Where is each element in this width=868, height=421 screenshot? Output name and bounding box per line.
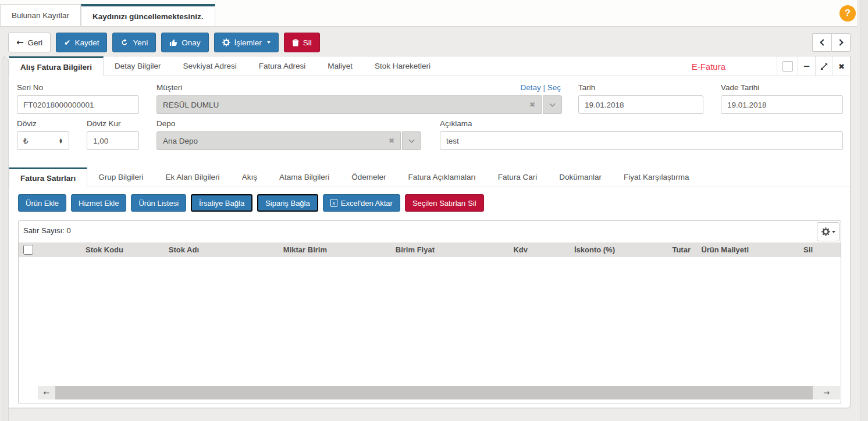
- prev-record-button[interactable]: [812, 33, 831, 52]
- horizontal-scrollbar: ← →: [38, 386, 840, 399]
- tab-ek-alan-bilgileri[interactable]: Ek Alan Bilgileri: [155, 167, 231, 187]
- grid-body-empty: [19, 257, 841, 386]
- question-mark-icon: ?: [845, 8, 851, 19]
- detail-tab-row: Alış Fatura Bilgileri Detay Bilgiler Sev…: [5, 56, 850, 76]
- gear-icon: [222, 38, 230, 47]
- thumbs-up-icon: [169, 38, 177, 47]
- operations-button[interactable]: İşlemler: [214, 33, 279, 52]
- scroll-left-button[interactable]: ←: [38, 386, 55, 399]
- tab-stok-hareketleri[interactable]: Stok Hareketleri: [364, 56, 442, 76]
- operations-label: İşlemler: [234, 38, 262, 47]
- tab-atama-bilgileri[interactable]: Atama Bilgileri: [268, 167, 340, 187]
- detay-link[interactable]: Detay: [520, 83, 540, 92]
- excel-import-label: Excel'den Aktar: [341, 199, 393, 208]
- tab-fatura-adresi[interactable]: Fatura Adresi: [248, 56, 316, 76]
- col-kdv[interactable]: Kdv: [439, 245, 532, 254]
- musteri-label: Müşteri: [156, 83, 182, 92]
- seri-no-input[interactable]: [17, 95, 139, 114]
- gear-icon: [821, 227, 830, 236]
- excel-import-button[interactable]: x Excel'den Aktar: [323, 194, 400, 212]
- doviz-select[interactable]: ₺ ▲▼: [17, 131, 69, 150]
- col-tutar[interactable]: Tutar: [620, 245, 695, 254]
- tab-found-records[interactable]: Bulunan Kayıtlar: [0, 4, 81, 26]
- tab-fatura-aciklamalari[interactable]: Fatura Açıklamaları: [397, 167, 486, 187]
- seri-no-label: Seri No: [17, 83, 43, 92]
- tab-akis[interactable]: Akış: [231, 167, 268, 187]
- back-label: Geri: [28, 38, 43, 47]
- save-label: Kaydet: [74, 38, 99, 47]
- add-product-button[interactable]: Ürün Ekle: [18, 194, 66, 212]
- delete-selected-rows-button[interactable]: Seçilen Satırları Sil: [405, 194, 484, 212]
- clear-icon[interactable]: ✖: [529, 101, 535, 109]
- close-button[interactable]: ✖: [833, 56, 850, 76]
- delete-label: Sil: [303, 38, 312, 47]
- invoice-form: Seri No Müşteri Detay | Seç RESÜL DUMLU …: [5, 76, 850, 163]
- tab-detay-bilgiler[interactable]: Detay Bilgiler: [104, 56, 172, 76]
- close-icon: ✖: [838, 62, 845, 71]
- delete-button[interactable]: Sil: [284, 33, 320, 52]
- link-order-button[interactable]: Sipariş Bağla: [257, 194, 318, 212]
- grid-header-row: Stok Kodu Stok Adı Miktar Birim Birim Fi…: [19, 242, 841, 257]
- efatura-checkbox[interactable]: [782, 61, 793, 72]
- col-urun-maliyeti[interactable]: Ürün Maliyeti: [695, 245, 753, 254]
- doviz-kur-input[interactable]: [87, 131, 139, 150]
- save-button[interactable]: ✔ Kaydet: [56, 33, 107, 52]
- back-arrow-icon: ←: [16, 37, 24, 48]
- tarih-input[interactable]: [578, 95, 703, 114]
- musteri-caret[interactable]: [543, 95, 562, 114]
- vade-tarihi-input[interactable]: [721, 95, 843, 114]
- tab-maliyet[interactable]: Maliyet: [316, 56, 364, 76]
- grid-settings-button[interactable]: [817, 222, 839, 241]
- tab-fiyat-karsilastirma[interactable]: Fiyat Karşılaştırma: [613, 167, 700, 187]
- col-miktar-birim[interactable]: Miktar Birim: [204, 245, 332, 254]
- tab-fatura-satirlari[interactable]: Fatura Satırları: [9, 167, 87, 187]
- efatura-label: E-Fatura: [692, 56, 725, 76]
- aciklama-input[interactable]: [440, 131, 843, 150]
- tab-fatura-cari[interactable]: Fatura Cari: [487, 167, 549, 187]
- col-stok-adi[interactable]: Stok Adı: [128, 245, 204, 254]
- link-separator: |: [543, 83, 545, 92]
- back-button[interactable]: ← Geri: [8, 33, 51, 52]
- refresh-icon: [120, 38, 129, 47]
- link-dispatch-button[interactable]: İrsaliye Bağla: [191, 194, 252, 212]
- check-icon: ✔: [64, 38, 70, 47]
- approve-label: Onay: [182, 38, 200, 47]
- depo-select[interactable]: Ana Depo ✖: [156, 131, 421, 150]
- depo-label: Depo: [156, 119, 175, 128]
- col-sil[interactable]: Sil: [753, 245, 841, 254]
- new-button[interactable]: Yeni: [112, 33, 156, 52]
- tab-updating-record[interactable]: Kaydınızı güncellemektesiniz.: [81, 4, 215, 26]
- tab-odemeler[interactable]: Ödemeler: [340, 167, 397, 187]
- tab-grup-bilgileri[interactable]: Grup Bilgileri: [87, 167, 154, 187]
- new-label: Yeni: [133, 38, 148, 47]
- clear-icon[interactable]: ✖: [389, 137, 394, 145]
- select-all-checkbox[interactable]: [23, 245, 33, 255]
- col-iskonto[interactable]: İskonto (%): [532, 245, 620, 254]
- caret-down-icon: [267, 41, 271, 44]
- col-stok-kodu[interactable]: Stok Kodu: [38, 245, 128, 254]
- add-service-button[interactable]: Hizmet Ekle: [71, 194, 126, 212]
- musteri-select[interactable]: RESÜL DUMLU ✖: [156, 95, 562, 114]
- musteri-links: Detay | Seç: [520, 83, 561, 92]
- tab-dokumanlar[interactable]: Dokümanlar: [548, 167, 613, 187]
- col-birim-fiyat[interactable]: Birim Fiyat: [332, 245, 439, 254]
- scroll-right-button[interactable]: →: [813, 386, 840, 399]
- tab-alis-fatura-bilgileri[interactable]: Alış Fatura Bilgileri: [9, 56, 104, 76]
- depo-caret[interactable]: [402, 131, 421, 150]
- tab-sevkiyat-adresi[interactable]: Sevkiyat Adresi: [172, 56, 248, 76]
- left-scrollbar[interactable]: [2, 57, 9, 421]
- scrollbar-thumb[interactable]: [55, 386, 813, 399]
- tarih-label: Tarih: [578, 83, 595, 92]
- aciklama-label: Açıklama: [440, 119, 472, 128]
- expand-button[interactable]: [815, 56, 833, 76]
- right-scrollbar[interactable]: [860, 0, 868, 421]
- vade-tarihi-label: Vade Tarihi: [721, 83, 759, 92]
- approve-button[interactable]: Onay: [161, 33, 208, 52]
- product-list-button[interactable]: Ürün Listesi: [131, 194, 186, 212]
- minimize-button[interactable]: −: [798, 56, 815, 76]
- help-button[interactable]: ?: [839, 5, 856, 22]
- line-tab-row: Fatura Satırları Grup Bilgileri Ek Alan …: [5, 167, 850, 187]
- sec-link[interactable]: Seç: [547, 83, 561, 92]
- row-count: Satır Sayısı: 0: [19, 221, 841, 242]
- next-record-button[interactable]: [831, 33, 851, 52]
